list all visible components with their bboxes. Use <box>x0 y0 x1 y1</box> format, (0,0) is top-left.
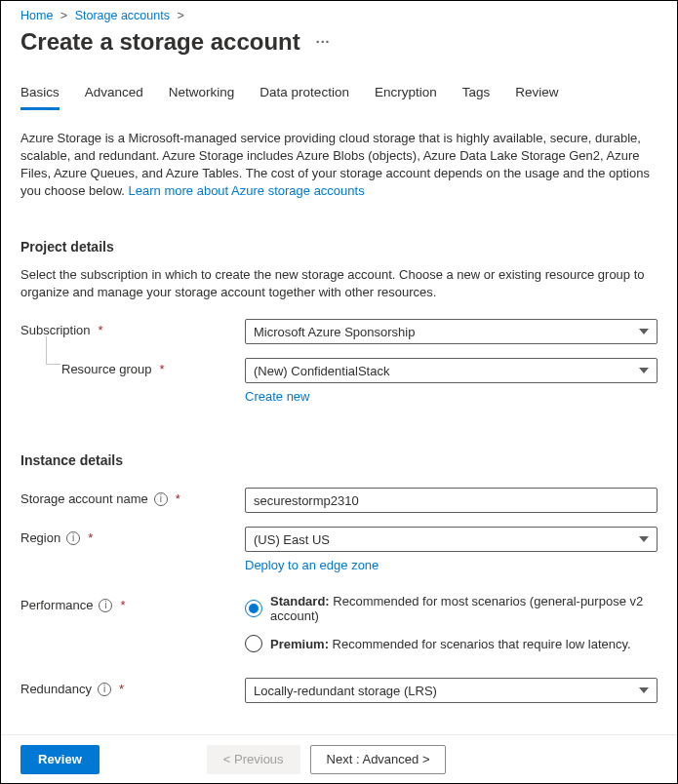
region-select[interactable]: (US) East US <box>245 527 658 552</box>
deploy-edge-zone-link[interactable]: Deploy to an edge zone <box>245 558 379 572</box>
info-icon[interactable]: i <box>98 683 111 696</box>
tab-networking[interactable]: Networking <box>169 85 235 109</box>
page-title: Create a storage account ··· <box>20 28 658 56</box>
performance-standard-radio[interactable] <box>245 600 262 617</box>
storage-account-name-label: Storage account name i * <box>20 488 245 506</box>
region-label: Region i * <box>20 527 245 545</box>
breadcrumb-storage-accounts[interactable]: Storage accounts <box>75 9 170 22</box>
performance-premium-text: Premium: Recommended for scenarios that … <box>270 637 631 651</box>
info-icon[interactable]: i <box>99 599 112 612</box>
performance-label: Performance i * <box>20 594 245 612</box>
info-icon[interactable]: i <box>154 492 168 506</box>
footer-bar: Review < Previous Next : Advanced > <box>1 734 677 783</box>
redundancy-label: Redundancy i * <box>20 678 245 696</box>
chevron-down-icon <box>639 687 649 693</box>
resource-group-label: Resource group* <box>20 358 245 376</box>
subscription-select[interactable]: Microsoft Azure Sponsorship <box>245 319 658 344</box>
chevron-down-icon <box>639 536 649 542</box>
subscription-label: Subscription* <box>20 319 245 337</box>
tab-advanced[interactable]: Advanced <box>85 85 143 109</box>
tab-encryption[interactable]: Encryption <box>375 85 437 109</box>
storage-account-name-input[interactable]: securestormp2310 <box>245 488 658 513</box>
create-new-rg-link[interactable]: Create new <box>245 389 309 404</box>
chevron-right-icon: > <box>177 9 183 22</box>
chevron-down-icon <box>639 329 649 334</box>
tabs: Basics Advanced Networking Data protecti… <box>20 85 658 110</box>
tab-basics[interactable]: Basics <box>20 85 60 110</box>
performance-standard-text: Standard: Recommended for most scenarios… <box>270 594 658 623</box>
instance-details-heading: Instance details <box>20 452 658 468</box>
review-button[interactable]: Review <box>20 745 100 774</box>
tab-review[interactable]: Review <box>515 85 558 109</box>
project-details-desc: Select the subscription in which to crea… <box>20 266 658 301</box>
breadcrumb-home[interactable]: Home <box>20 9 53 22</box>
breadcrumb: Home > Storage accounts > <box>20 9 658 22</box>
redundancy-select[interactable]: Locally-redundant storage (LRS) <box>245 678 658 703</box>
chevron-right-icon: > <box>60 9 67 22</box>
next-button[interactable]: Next : Advanced > <box>310 745 447 774</box>
info-icon[interactable]: i <box>66 531 80 545</box>
performance-premium-radio[interactable] <box>245 635 262 652</box>
chevron-down-icon <box>639 368 649 373</box>
learn-more-link[interactable]: Learn more about Azure storage accounts <box>129 183 365 198</box>
more-icon[interactable]: ··· <box>316 34 331 50</box>
intro-text: Azure Storage is a Microsoft-managed ser… <box>20 130 658 200</box>
tab-tags[interactable]: Tags <box>462 85 491 109</box>
previous-button: < Previous <box>207 745 300 774</box>
tab-data-protection[interactable]: Data protection <box>259 85 349 109</box>
project-details-heading: Project details <box>20 239 658 255</box>
resource-group-select[interactable]: (New) ConfidentialStack <box>245 358 658 383</box>
